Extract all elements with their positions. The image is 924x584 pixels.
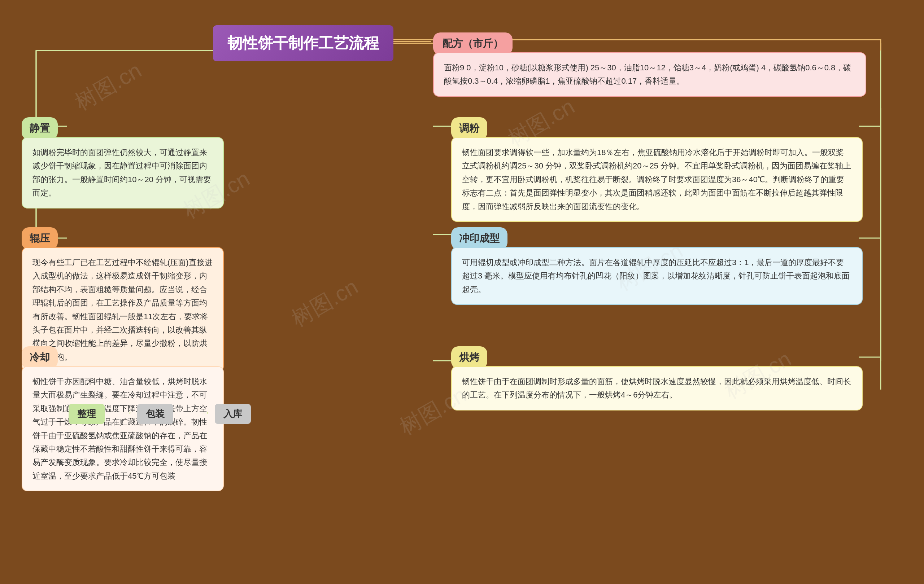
hongkao-content: 韧性饼干由于在面团调制时形成多量的面筋，使烘烤时脱水速度显然较慢，因此就必须采用… — [451, 366, 863, 411]
step-arrow-1: → — [123, 407, 133, 418]
nianya-label: 辊压 — [21, 227, 58, 250]
watermark-1: 树图.cn — [70, 56, 147, 117]
chongyin-content: 可用辊切成型或冲印成型二种方法。面片在各道辊轧中厚度的压延比不应超过3：1，最后… — [451, 247, 863, 305]
ruku-label: 入库 — [215, 404, 251, 424]
baozhuang-label: 包装 — [137, 404, 173, 424]
watermark-3: 树图.cn — [286, 272, 363, 334]
lengjue-label: 冷却 — [21, 346, 58, 368]
lengjue-content: 韧性饼干亦因配料中糖、油含量较低，烘烤时脱水量大而极易产生裂缝。要在冷却过程中注… — [21, 366, 224, 491]
step-arrow-2: → — [200, 407, 210, 418]
tiaopen-label: 调粉 — [451, 117, 487, 140]
recipe-label: 配方（市斤） — [433, 33, 513, 55]
jingzhi-label: 静置 — [21, 117, 58, 140]
title-node: 韧性饼干制作工艺流程 — [213, 25, 393, 61]
zhengli-label: 整理 — [69, 404, 105, 424]
tiaopen-content: 韧性面团要求调得软一些，加水量约为18％左右，焦亚硫酸钠用冷水溶化后于开始调粉时… — [451, 137, 863, 222]
recipe-content: 面粉9 0，淀粉10，砂糖(以糖浆形式使用) 25～30，油脂10～12，饴糖3… — [433, 52, 866, 97]
hongkao-label: 烘烤 — [451, 346, 487, 368]
chongyin-label: 冲印成型 — [451, 227, 508, 250]
jingzhi-content: 如调粉完毕时的面团弹性仍然较大，可通过静置来减少饼干韧缩现象，因在静置过程中可消… — [21, 137, 224, 209]
